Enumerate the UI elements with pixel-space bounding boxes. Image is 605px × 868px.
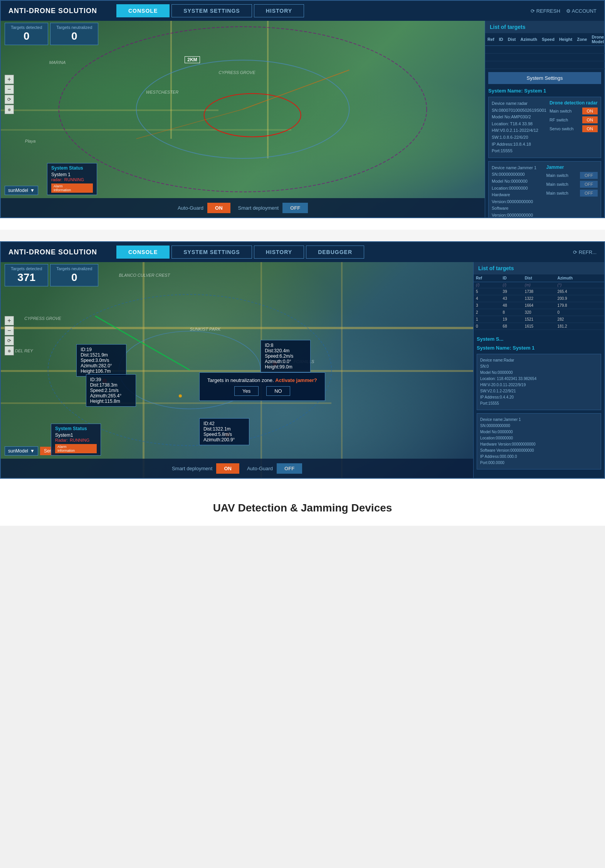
map-label-cypress: CYPRESS GROVE [218, 70, 255, 75]
zoom-out-btn-1[interactable]: − [5, 85, 14, 94]
system-status-box-2: System Status System1 Radar: RUNNING Ala… [51, 424, 101, 456]
radar-status-2: RUNNING [70, 438, 89, 442]
top-right-actions-2: ⟳ REFR... [573, 249, 597, 255]
alarm-btn-1[interactable]: AlarmInformation [51, 183, 93, 193]
radar-controls-1: Drone detection radar Main switch ON RF … [550, 100, 598, 155]
th-zone-1: Zone [575, 33, 589, 46]
main-switch-label-1: Main switch [550, 109, 571, 113]
zoom-out-btn-2[interactable]: − [5, 326, 14, 335]
smart-deploy-btn-2[interactable]: ON [216, 463, 239, 474]
jammer-main-switch-btn-2[interactable]: OFF [580, 181, 598, 188]
radar-status-1: RUNNING [64, 177, 84, 182]
account-btn-1[interactable]: ⚙ ACCOUNT [566, 8, 597, 14]
model-select-1[interactable]: sunModel ▼ [5, 186, 38, 195]
zoom-in-btn-2[interactable]: + [5, 316, 14, 325]
radar2-dev-ip: IP Address:0.4.4.20 [480, 394, 598, 400]
auto-guard-btn-1[interactable]: ON [207, 203, 230, 213]
popup-azimuth-42: Azimuth:200.9° [203, 437, 245, 442]
zoom-fit-btn-2[interactable]: ⊕ [5, 346, 14, 355]
zoom-in-btn-1[interactable]: + [5, 75, 14, 84]
tab-history-1[interactable]: HISTORY [254, 4, 304, 17]
rf-switch-btn-1[interactable]: ON [582, 116, 598, 123]
popup-id-39: ID:39 [90, 377, 132, 382]
table-row: 283200 [474, 309, 604, 316]
svg-line-3 [243, 70, 349, 109]
tab-console-1[interactable]: CONSOLE [116, 4, 170, 17]
servo-switch-label-1: Servo switch [550, 126, 573, 131]
model-select-arrow-1: ▼ [30, 188, 35, 193]
app-title-2: ANTI-DRONE SOLUTION [8, 248, 97, 256]
jammer-main-switch-btn-1[interactable]: OFF [580, 172, 598, 179]
zoom-reset-btn-2[interactable]: ⟳ [5, 336, 14, 345]
tab-debugger-2[interactable]: DEBUGGER [306, 246, 364, 259]
jammer-dev-swv: Software Version:00000000000 [492, 205, 543, 217]
map-label-blanco-2: BLANCO CULVER CREST [119, 273, 170, 278]
refresh-btn-2[interactable]: ⟳ REFR... [573, 249, 597, 255]
model-send-area-2: sunModel ▼ Send [5, 446, 59, 456]
system-status-row-2: radar: RUNNING [51, 177, 93, 182]
page-footer-title: UAV Detection & Jamming Devices [8, 502, 597, 514]
servo-switch-btn-1[interactable]: ON [582, 125, 598, 132]
alarm-btn-2[interactable]: AlarmInformation [55, 444, 97, 453]
smart-deploy-label-2: Smart deployment [172, 466, 213, 471]
targets-table-1: Ref ID Dist Azimuth Speed Height Zone Dr… [485, 33, 605, 69]
smart-deploy-btn-1[interactable]: OFF [282, 203, 308, 213]
refresh-btn-1[interactable]: ⟳ REFRESH [531, 8, 560, 14]
smart-deploy-section-2: Smart deployment ON [172, 463, 239, 474]
top-bar-1: ANTI-DRONE SOLUTION CONSOLE SYSTEM SETTI… [1, 1, 604, 21]
right-panel-2: List of targets Ref ID Dist Azimuth (/) … [473, 262, 604, 478]
zoom-reset-btn-1[interactable]: ⟳ [5, 95, 14, 104]
system-status-row-4: Radar: RUNNING [55, 438, 97, 442]
target-popup-42: ID:42 Dist:1322.1m Speed:5.8m/s Azimuth:… [199, 418, 249, 445]
no-btn-2[interactable]: NO [266, 386, 290, 396]
dist-label-1: 2KM [185, 56, 200, 63]
th2-dist: Dist [523, 274, 555, 282]
auto-guard-btn-2[interactable]: OFF [277, 463, 302, 474]
tab-history-2[interactable]: HISTORY [254, 246, 304, 259]
road-h-1 [1, 109, 218, 111]
popup-height-8: Height:99.0m [265, 364, 306, 370]
th-azimuth-1: Azimuth [518, 33, 539, 46]
svg-point-12 [179, 394, 182, 397]
smart-deploy-label-1: Smart deployment [238, 205, 279, 211]
jammer-main-switch-btn-3[interactable]: OFF [580, 190, 598, 197]
jammer-dev-model: Model No:0000000 [492, 178, 543, 185]
auto-guard-section-2: Auto-Guard OFF [247, 463, 302, 474]
app-title-1: ANTI-DRONE SOLUTION [8, 7, 97, 15]
tab-console-2[interactable]: CONSOLE [116, 246, 170, 259]
targets-box-2: Targets detected 371 Targets neutralized… [5, 264, 98, 286]
jammer-controls-inner-1: Main switch OFF Main switch OFF Main swi… [546, 172, 598, 197]
radar2-dev-model: Model No:0000000 [480, 370, 598, 376]
popup-speed-42: Speed:5.8m/s [203, 432, 245, 437]
zoom-fit-btn-1[interactable]: ⊕ [5, 105, 14, 114]
radar2-dev-name: Device name:Radar [480, 357, 598, 363]
radar-controls-inner-1: Main switch ON RF switch ON Servo switch [550, 108, 598, 132]
radar-dev-hwv: HW:V0.0.2.11-2022/4/12 [492, 127, 546, 134]
targets-detected-value-2: 371 [11, 271, 42, 284]
panel-body-1: MARINA Playa WESTCHESTER CYPRESS GROVE 2… [1, 21, 604, 217]
system-status-title-2: System Status [55, 426, 97, 431]
popup-speed-39: Speed:2.1m/s [90, 388, 132, 393]
map-bottom-bar-2: Smart deployment ON Auto-Guard OFF [1, 459, 473, 478]
th-drone-model-1: Drone Model [589, 33, 605, 46]
popup-height-39: Height:115.8m [90, 399, 132, 404]
settings-btn-1[interactable]: System Settings [488, 72, 601, 84]
th2-ref-sub: (/) [474, 282, 501, 288]
th2-dist-sub: (m) [523, 282, 555, 288]
popup-id-8: ID:8 [265, 343, 306, 348]
tab-system-settings-1[interactable]: SYSTEM SETTINGS [171, 4, 252, 17]
main-switch-btn-1[interactable]: ON [582, 108, 598, 114]
target-popup-39: ID:39 Dist:1738.3m Speed:2.1m/s Azimuth:… [86, 374, 136, 407]
jammer-dev-loc: Location:00000000 [492, 185, 543, 192]
tab-system-settings-2[interactable]: SYSTEM SETTINGS [171, 246, 252, 259]
auto-guard-section-1: Auto-Guard ON [178, 203, 230, 213]
targets-table-body-1 [485, 46, 605, 69]
model-select-2[interactable]: sunModel ▼ [5, 446, 38, 456]
system-status-box-1: System Status System 1 radar: RUNNING Al… [47, 163, 97, 195]
system-status-row-3: System1 [55, 432, 97, 438]
map-area-2: BLANCO CULVER CREST CYPRESS GROVE DEL RE… [1, 262, 473, 478]
radar-label-1: radar: [51, 177, 62, 182]
targets-detected-counter-1: Targets detected 0 [5, 23, 48, 45]
yes-btn-2[interactable]: Yes [234, 386, 259, 396]
model-select-arrow-2: ▼ [30, 448, 35, 454]
